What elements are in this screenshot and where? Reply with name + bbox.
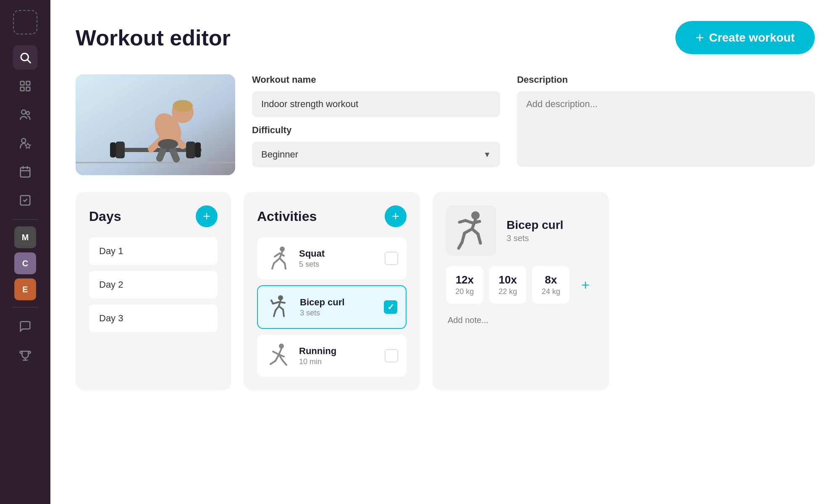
page-header: Workout editor + Create workout: [76, 21, 815, 54]
activity-item-running[interactable]: Running 10 min: [257, 335, 407, 377]
activity-item-squat[interactable]: Squat 5 sets: [257, 237, 407, 279]
list-item[interactable]: Day 1: [89, 237, 218, 265]
svg-line-51: [273, 352, 279, 354]
svg-point-7: [26, 112, 30, 115]
sidebar-divider-2: [13, 307, 38, 307]
set-box-2[interactable]: 10x 22 kg: [489, 266, 527, 304]
set-weight-2: 22 kg: [499, 287, 517, 296]
sidebar-item-checklist[interactable]: [13, 188, 37, 213]
difficulty-label: Difficulty: [252, 125, 500, 136]
svg-line-50: [279, 349, 281, 354]
bicep-curl-meta: 3 sets: [300, 309, 377, 318]
bicep-curl-name: Bicep curl: [300, 297, 377, 308]
cards-section: Days + Day 1 Day 2 Day 3 Activities +: [76, 192, 815, 390]
svg-line-36: [280, 258, 285, 263]
sidebar: M C E: [0, 0, 50, 504]
avatar-c[interactable]: C: [14, 252, 36, 274]
activities-card: Activities +: [244, 192, 420, 390]
running-figure: [265, 342, 292, 369]
running-name: Running: [299, 346, 378, 357]
main-content: Workout editor + Create workout: [50, 0, 840, 504]
bicep-curl-checkbox[interactable]: [384, 300, 397, 314]
create-button-label: Create workout: [709, 31, 795, 45]
svg-line-34: [274, 258, 280, 263]
svg-line-46: [273, 302, 279, 304]
activities-card-header: Activities +: [257, 205, 407, 227]
squat-name: Squat: [299, 248, 378, 259]
svg-rect-5: [26, 87, 30, 91]
bicep-curl-figure: [266, 294, 293, 320]
days-card: Days + Day 1 Day 2 Day 3: [76, 192, 231, 390]
list-item[interactable]: Day 2: [89, 271, 218, 299]
svg-line-37: [285, 263, 286, 269]
detail-exercise-meta: 3 sets: [507, 234, 563, 243]
svg-rect-21: [110, 142, 116, 158]
workout-name-input[interactable]: [252, 91, 500, 117]
workout-image-placeholder: [76, 74, 235, 175]
avatar-e[interactable]: E: [14, 278, 36, 300]
sidebar-item-dashboard[interactable]: [13, 74, 37, 98]
create-workout-button[interactable]: + Create workout: [675, 21, 815, 54]
svg-rect-4: [21, 87, 24, 91]
detail-exercise-name: Bicep curl: [507, 218, 563, 232]
add-activity-button[interactable]: +: [385, 205, 407, 227]
sidebar-item-users[interactable]: [13, 102, 37, 127]
squat-checkbox[interactable]: [385, 252, 398, 265]
squat-meta: 5 sets: [299, 260, 378, 269]
sidebar-item-starred[interactable]: [13, 131, 37, 155]
workout-name-label: Workout name: [252, 74, 500, 85]
svg-line-63: [478, 234, 480, 243]
svg-line-53: [276, 354, 279, 361]
detail-header: Bicep curl 3 sets: [446, 205, 596, 256]
svg-line-65: [459, 220, 465, 222]
set-reps-3: 8x: [541, 273, 560, 286]
sidebar-item-search[interactable]: [13, 45, 37, 70]
running-checkbox[interactable]: [385, 349, 398, 362]
running-meta: 10 min: [299, 357, 378, 366]
sidebar-item-calendar[interactable]: [13, 160, 37, 184]
description-group: Description: [517, 74, 815, 168]
activities-card-title: Activities: [257, 209, 317, 224]
difficulty-select-wrapper: Beginner Intermediate Advanced ▼: [252, 142, 500, 167]
note-input[interactable]: [446, 312, 596, 328]
add-day-button[interactable]: +: [196, 205, 218, 227]
description-label: Description: [517, 74, 815, 85]
svg-marker-9: [25, 143, 31, 148]
detail-info: Bicep curl 3 sets: [507, 218, 563, 243]
svg-line-38: [275, 253, 280, 257]
set-box-3[interactable]: 8x 24 kg: [532, 266, 570, 304]
svg-line-35: [272, 263, 274, 269]
logo: [13, 10, 37, 34]
svg-line-43: [274, 310, 276, 316]
svg-rect-23: [195, 142, 201, 158]
activity-item-bicep-curl[interactable]: Bicep curl 3 sets: [257, 285, 407, 329]
avatar-m[interactable]: M: [14, 226, 36, 248]
svg-point-31: [158, 139, 178, 149]
detail-figure: [446, 205, 496, 256]
svg-rect-20: [116, 142, 125, 158]
workout-image[interactable]: [76, 74, 235, 175]
plus-icon: +: [696, 29, 704, 46]
running-info: Running 10 min: [299, 346, 378, 366]
sidebar-item-messages[interactable]: [13, 314, 37, 339]
workout-name-group: Workout name Difficulty Beginner Interme…: [252, 74, 500, 167]
sets-row: 12x 20 kg 10x 22 kg 8x 24 kg +: [446, 266, 596, 304]
svg-line-54: [270, 361, 276, 364]
svg-rect-22: [186, 142, 195, 158]
sidebar-divider: [13, 219, 38, 220]
list-item[interactable]: Day 3: [89, 304, 218, 332]
add-set-button[interactable]: +: [575, 275, 596, 295]
form-section: Workout name Difficulty Beginner Interme…: [76, 74, 815, 175]
description-textarea[interactable]: [517, 91, 815, 167]
set-box-1[interactable]: 12x 20 kg: [446, 266, 483, 304]
sidebar-item-trophy[interactable]: [13, 343, 37, 367]
svg-line-47: [271, 300, 273, 304]
difficulty-select[interactable]: Beginner Intermediate Advanced: [252, 142, 500, 167]
days-card-title: Days: [89, 209, 121, 224]
page-title: Workout editor: [76, 25, 231, 50]
svg-line-61: [459, 242, 462, 248]
svg-line-66: [473, 221, 480, 223]
svg-point-6: [21, 110, 26, 114]
set-weight-1: 20 kg: [455, 287, 474, 296]
detail-card: Bicep curl 3 sets 12x 20 kg 10x 22 kg 8x…: [433, 192, 609, 390]
